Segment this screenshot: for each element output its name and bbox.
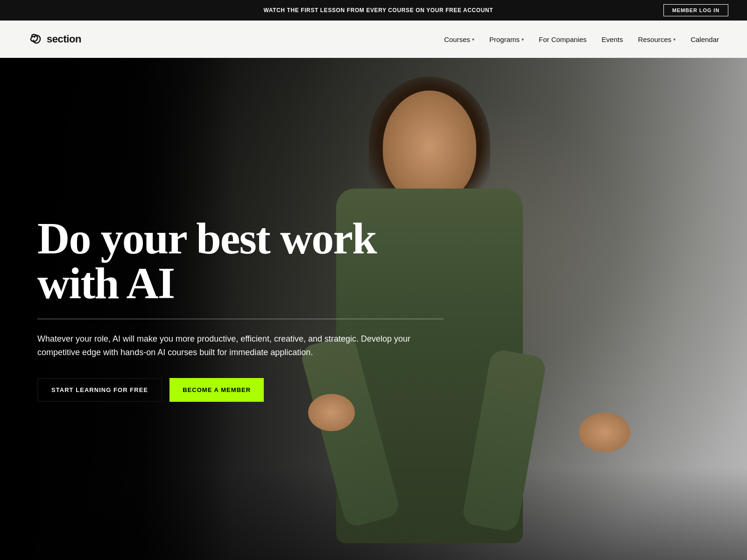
main-nav: Courses ▾ Programs ▾ For Companies Event… <box>444 35 719 43</box>
nav-for-companies[interactable]: For Companies <box>539 35 587 43</box>
resources-chevron-icon: ▾ <box>673 37 676 42</box>
member-login-button[interactable]: MEMBER LOG IN <box>663 4 728 16</box>
hero-section: Do your best work with AI Whatever your … <box>0 58 747 560</box>
logo-text: section <box>47 33 81 45</box>
banner-message: WATCH THE FIRST LESSON FROM EVERY COURSE… <box>93 7 663 14</box>
nav-resources[interactable]: Resources ▾ <box>638 35 676 43</box>
hero-title: Do your best work with AI <box>37 216 420 306</box>
top-banner: WATCH THE FIRST LESSON FROM EVERY COURSE… <box>0 0 747 21</box>
nav-courses[interactable]: Courses ▾ <box>444 35 474 43</box>
programs-chevron-icon: ▾ <box>521 37 524 42</box>
hero-divider <box>37 319 444 319</box>
hero-content: Do your best work with AI Whatever your … <box>0 58 458 560</box>
person-hand-right <box>579 413 630 452</box>
logo[interactable]: section <box>28 32 81 47</box>
person-arm-right <box>461 348 547 532</box>
nav-calendar[interactable]: Calendar <box>691 35 719 43</box>
become-member-button[interactable]: BECOME A MEMBER <box>169 378 264 402</box>
nav-programs[interactable]: Programs ▾ <box>489 35 524 43</box>
hero-buttons: START LEARNING FOR FREE BECOME A MEMBER <box>37 378 420 402</box>
nav-events[interactable]: Events <box>602 35 623 43</box>
hero-subtitle: Whatever your role, AI will make you mor… <box>37 332 420 359</box>
start-learning-button[interactable]: START LEARNING FOR FREE <box>37 378 162 402</box>
header: section Courses ▾ Programs ▾ For Compani… <box>0 21 747 58</box>
courses-chevron-icon: ▾ <box>472 37 474 42</box>
logo-icon <box>28 32 43 47</box>
